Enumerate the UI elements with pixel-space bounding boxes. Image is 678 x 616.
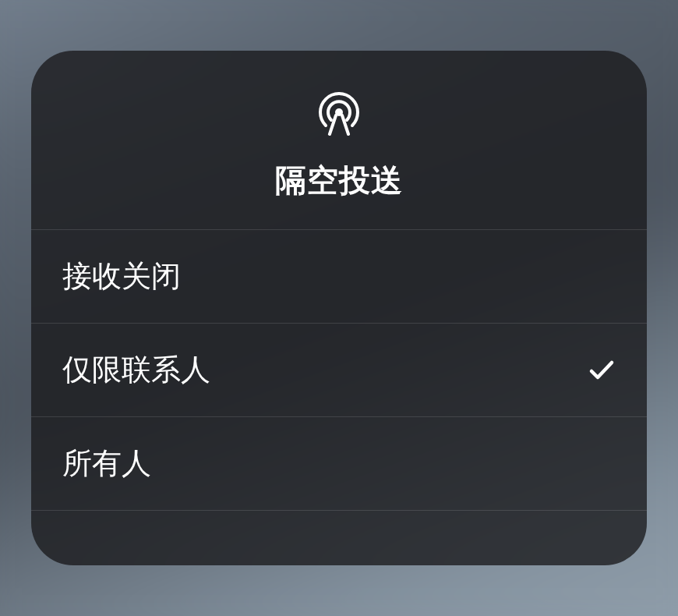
option-contacts-only[interactable]: 仅限联系人 bbox=[31, 324, 647, 417]
option-label: 接收关闭 bbox=[62, 257, 181, 296]
option-everyone[interactable]: 所有人 bbox=[31, 417, 647, 511]
airdrop-icon bbox=[314, 86, 364, 136]
option-label: 所有人 bbox=[62, 444, 151, 483]
panel-header: 隔空投送 bbox=[31, 51, 647, 230]
panel-title: 隔空投送 bbox=[275, 159, 403, 202]
checkmark-icon bbox=[588, 356, 616, 384]
option-label: 仅限联系人 bbox=[62, 350, 210, 390]
option-receiving-off[interactable]: 接收关闭 bbox=[31, 230, 647, 324]
options-list: 接收关闭 仅限联系人 所有人 bbox=[31, 230, 647, 565]
airdrop-settings-panel: 隔空投送 接收关闭 仅限联系人 所有人 bbox=[31, 51, 647, 565]
